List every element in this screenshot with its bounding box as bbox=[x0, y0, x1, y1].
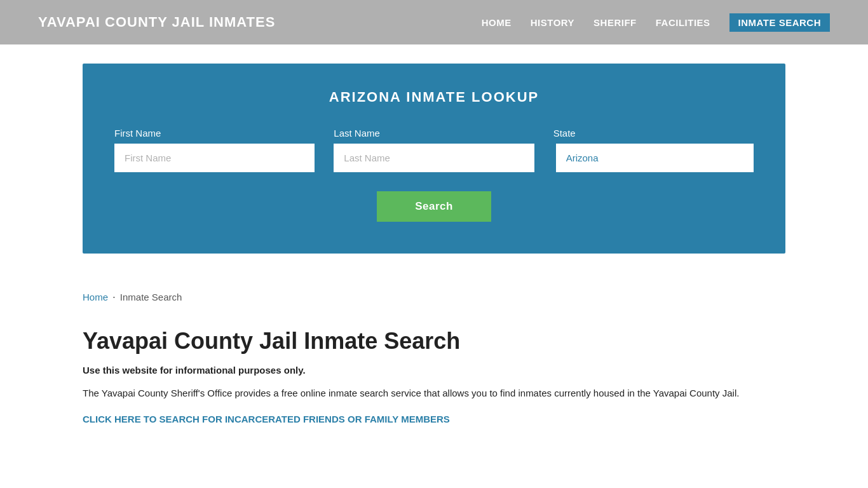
nav-history[interactable]: HISTORY bbox=[531, 17, 574, 28]
info-description-text: The Yavapai County Sheriff's Office prov… bbox=[83, 386, 785, 401]
state-input[interactable] bbox=[553, 144, 754, 172]
site-header: YAVAPAI COUNTY JAIL INMATES HOME HISTORY… bbox=[0, 0, 868, 44]
state-group: State bbox=[553, 128, 754, 172]
main-nav: HOME HISTORY SHERIFF FACILITIES INMATE S… bbox=[482, 13, 830, 32]
nav-home[interactable]: HOME bbox=[482, 17, 512, 28]
info-bold-text: Use this website for informational purpo… bbox=[83, 365, 785, 376]
search-link[interactable]: CLICK HERE to Search for Incarcerated Fr… bbox=[83, 414, 450, 424]
lookup-title: ARIZONA INMATE LOOKUP bbox=[114, 89, 754, 105]
nav-inmate-search[interactable]: INMATE SEARCH bbox=[729, 13, 830, 32]
search-form-row: First Name Last Name State bbox=[114, 128, 754, 172]
state-label: State bbox=[553, 128, 754, 139]
nav-sheriff[interactable]: SHERIFF bbox=[593, 17, 637, 28]
first-name-input[interactable] bbox=[114, 144, 315, 172]
last-name-group: Last Name bbox=[334, 128, 534, 172]
breadcrumb-separator: • bbox=[113, 294, 115, 300]
site-title: YAVAPAI COUNTY JAIL INMATES bbox=[38, 14, 275, 30]
breadcrumb-current: Inmate Search bbox=[120, 292, 182, 302]
first-name-label: First Name bbox=[114, 128, 315, 139]
inmate-lookup-section: ARIZONA INMATE LOOKUP First Name Last Na… bbox=[83, 64, 785, 254]
nav-facilities[interactable]: FACILITIES bbox=[656, 17, 710, 28]
breadcrumb-home-link[interactable]: Home bbox=[83, 292, 108, 302]
main-content: Home • Inmate Search Yavapai County Jail… bbox=[0, 273, 868, 451]
last-name-input[interactable] bbox=[334, 144, 534, 172]
search-button-row: Search bbox=[114, 191, 754, 222]
first-name-group: First Name bbox=[114, 128, 315, 172]
breadcrumb: Home • Inmate Search bbox=[83, 292, 785, 302]
page-title: Yavapai County Jail Inmate Search bbox=[83, 328, 785, 355]
search-button[interactable]: Search bbox=[377, 191, 491, 222]
last-name-label: Last Name bbox=[334, 128, 534, 139]
